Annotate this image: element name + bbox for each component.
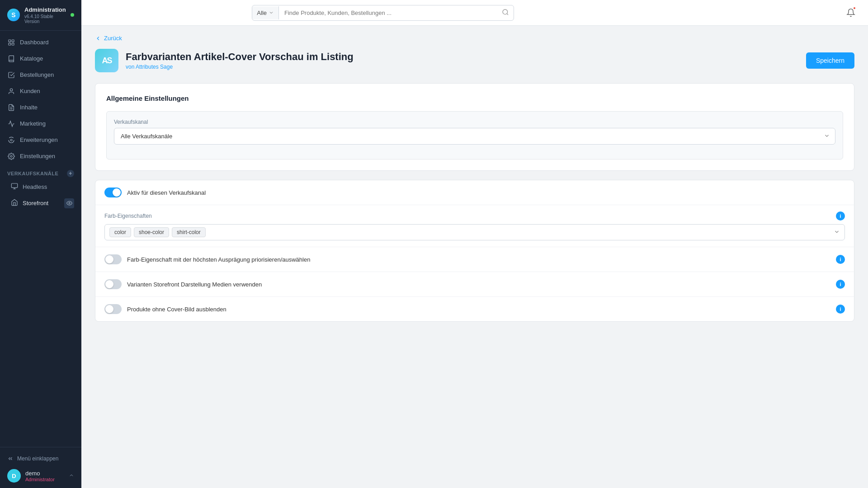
notification-button[interactable]: [843, 5, 859, 21]
bestellungen-icon: [7, 71, 15, 79]
kunden-icon: [7, 87, 15, 95]
search-input[interactable]: [279, 6, 497, 19]
sidebar-item-headless[interactable]: Headless: [0, 179, 81, 195]
user-name: demo: [25, 470, 55, 477]
svg-rect-0: [9, 40, 11, 42]
plugin-author: von Attributes Sage: [126, 64, 799, 70]
verkaufskanal-section: Verkaufskanal Alle Verkaufskanäle: [106, 111, 843, 160]
storefront-eye-button[interactable]: [64, 198, 74, 208]
prioritaet-setting-row: Farb-Eigenschaft mit der höchsten Ausprä…: [95, 247, 854, 272]
app-logo: S: [7, 9, 20, 21]
general-settings-title: Allgemeine Einstellungen: [106, 94, 843, 102]
kataloge-label: Kataloge: [20, 55, 43, 62]
sidebar-item-kataloge[interactable]: Kataloge: [0, 51, 81, 67]
farb-info-button[interactable]: i: [836, 211, 845, 221]
sidebar-item-einstellungen[interactable]: Einstellungen: [0, 148, 81, 164]
headless-icon: [11, 183, 18, 191]
prioritaet-label: Farb-Eigenschaft mit der höchsten Ausprä…: [127, 256, 830, 263]
prioritaet-toggle[interactable]: [104, 254, 122, 264]
main-area: Alle Zurück AS: [81, 0, 868, 488]
tag-color: color: [109, 227, 131, 237]
search-filter-dropdown[interactable]: Alle: [252, 6, 279, 19]
plugin-logo-text: AS: [102, 56, 111, 65]
sidebar-item-marketing[interactable]: Marketing: [0, 116, 81, 132]
cover-toggle[interactable]: [104, 304, 122, 314]
aktiv-setting-row: Aktiv für diesen Verkaufskanal: [95, 180, 854, 205]
prioritaet-toggle-knob: [105, 255, 113, 263]
dashboard-icon: [7, 38, 15, 47]
sidebar-item-inhalte[interactable]: Inhalte: [0, 99, 81, 116]
svg-rect-1: [12, 40, 14, 42]
sidebar-item-storefront[interactable]: Storefront: [0, 195, 81, 212]
save-button[interactable]: Speichern: [806, 52, 854, 69]
svg-rect-9: [11, 183, 17, 188]
page-content: Zurück AS Farbvarianten Artikel-Cover Vo…: [81, 26, 868, 488]
storefront-icon: [11, 199, 18, 207]
verkaufskanal-form-group: Verkaufskanal Alle Verkaufskanäle: [114, 119, 835, 145]
sidebar-header: S Administration v6.4.10 Stable Version: [0, 0, 81, 31]
topbar: Alle: [81, 0, 868, 26]
inhalte-label: Inhalte: [20, 104, 38, 111]
user-chevron-icon: [69, 472, 74, 479]
prioritaet-info-button[interactable]: i: [836, 255, 845, 264]
farb-tags-container[interactable]: color shoe-color shirt-color: [104, 224, 845, 240]
dashboard-label: Dashboard: [20, 39, 49, 46]
sidebar-item-kunden[interactable]: Kunden: [0, 83, 81, 99]
filter-label: Alle: [257, 9, 267, 16]
varianten-toggle-knob: [105, 280, 113, 288]
storefront-label: Storefront: [23, 200, 48, 206]
sidebar-bottom: Menü einklappen D demo Administrator: [0, 447, 81, 488]
svg-line-14: [507, 14, 508, 15]
svg-rect-2: [9, 43, 11, 45]
einstellungen-label: Einstellungen: [20, 153, 55, 160]
aktiv-label: Aktiv für diesen Verkaufskanal: [127, 189, 845, 196]
verkaufskanaele-section: Verkaufskanäle +: [0, 164, 81, 179]
farb-eigenschaften-row: Farb-Eigenschaften i color shoe-color sh…: [95, 205, 854, 247]
avatar: D: [7, 469, 21, 483]
search-button[interactable]: [497, 5, 514, 20]
sidebar-item-dashboard[interactable]: Dashboard: [0, 34, 81, 51]
cover-toggle-knob: [105, 305, 113, 313]
verkaufskanal-select[interactable]: Alle Verkaufskanäle: [114, 128, 835, 145]
plugin-logo: AS: [95, 49, 118, 72]
sidebar: S Administration v6.4.10 Stable Version …: [0, 0, 81, 488]
user-info[interactable]: D demo Administrator: [7, 465, 74, 483]
add-verkaufskanal-button[interactable]: +: [67, 170, 74, 177]
cover-label: Produkte ohne Cover-Bild ausblenden: [127, 306, 830, 313]
varianten-label: Varianten Storefront Darstellung Medien …: [127, 281, 830, 288]
user-role: Administrator: [25, 477, 55, 482]
general-settings-card: Allgemeine Einstellungen Verkaufskanal A…: [95, 83, 854, 171]
varianten-toggle[interactable]: [104, 279, 122, 289]
farb-tags: color shoe-color shirt-color: [109, 227, 834, 237]
settings-card: Aktiv für diesen Verkaufskanal Farb-Eige…: [95, 180, 854, 322]
kunden-label: Kunden: [20, 88, 40, 94]
cover-setting-row: Produkte ohne Cover-Bild ausblenden i: [95, 297, 854, 321]
collapse-label: Menü einklappen: [17, 455, 58, 462]
sidebar-item-bestellungen[interactable]: Bestellungen: [0, 67, 81, 83]
marketing-label: Marketing: [20, 120, 46, 127]
varianten-info-button[interactable]: i: [836, 280, 845, 289]
erweiterungen-icon: [7, 136, 15, 144]
collapse-menu-button[interactable]: Menü einklappen: [7, 453, 74, 465]
svg-point-7: [10, 139, 12, 141]
status-indicator: [71, 13, 74, 17]
back-link[interactable]: Zurück: [95, 35, 854, 42]
sidebar-item-erweiterungen[interactable]: Erweiterungen: [0, 132, 81, 148]
svg-point-12: [68, 202, 70, 204]
bestellungen-label: Bestellungen: [20, 71, 54, 78]
topbar-right: [843, 5, 859, 21]
cover-info-button[interactable]: i: [836, 305, 845, 314]
svg-point-4: [10, 89, 12, 91]
svg-point-13: [503, 9, 508, 14]
kataloge-icon: [7, 55, 15, 63]
verkaufskanal-label: Verkaufskanal: [114, 119, 835, 125]
svg-point-8: [10, 155, 12, 157]
aktiv-toggle[interactable]: [104, 188, 122, 197]
tags-chevron-icon[interactable]: [834, 229, 840, 236]
erweiterungen-label: Erweiterungen: [20, 136, 58, 143]
varianten-setting-row: Varianten Storefront Darstellung Medien …: [95, 272, 854, 297]
svg-rect-3: [12, 43, 14, 45]
inhalte-icon: [7, 103, 15, 112]
farb-eigenschaften-label: Farb-Eigenschaften: [104, 213, 830, 219]
nav-items: Dashboard Kataloge Bestellungen Kunden: [0, 31, 81, 447]
